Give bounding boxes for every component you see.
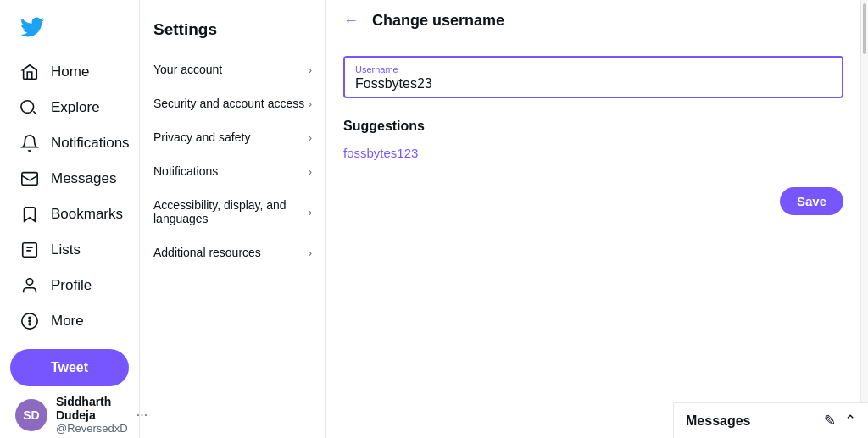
sidebar-label-notifications: Notifications xyxy=(51,135,130,152)
settings-item-additional[interactable]: Additional resources › xyxy=(140,236,326,269)
scrollbar-thumb xyxy=(863,3,866,54)
svg-point-6 xyxy=(29,324,31,325)
sidebar-label-profile: Profile xyxy=(51,277,92,294)
settings-item-label: Security and account access xyxy=(153,97,304,110)
messages-icon xyxy=(20,169,39,188)
nav-list: Home Explore Notifications Messages Book… xyxy=(10,54,129,339)
user-name: Siddharth Dudeja xyxy=(56,395,128,422)
back-arrow-icon[interactable]: ← xyxy=(343,12,359,30)
settings-item-label: Accessibility, display, and languages xyxy=(153,198,309,225)
change-username-title: Change username xyxy=(372,12,504,30)
compose-message-icon[interactable]: ✎ xyxy=(824,412,836,430)
user-handle: @ReversedxD xyxy=(56,422,128,435)
username-section: Username xyxy=(326,42,860,112)
sidebar-item-more[interactable]: More xyxy=(10,303,129,339)
user-info: Siddharth Dudeja @ReversedxD xyxy=(56,395,128,435)
svg-point-4 xyxy=(29,317,31,319)
messages-widget-title: Messages xyxy=(686,413,751,429)
chevron-right-icon: › xyxy=(309,64,312,76)
scrollbar[interactable] xyxy=(861,0,868,438)
user-profile-bottom[interactable]: SD Siddharth Dudeja @ReversedxD ··· xyxy=(10,386,129,438)
chevron-right-icon: › xyxy=(309,131,312,144)
settings-item-your-account[interactable]: Your account › xyxy=(140,53,326,86)
username-input-label: Username xyxy=(355,64,832,75)
twitter-bird-icon xyxy=(20,15,44,39)
settings-item-label: Your account xyxy=(153,63,222,76)
username-input[interactable] xyxy=(355,76,832,91)
username-input-wrapper: Username xyxy=(343,56,843,98)
settings-item-label: Additional resources xyxy=(153,246,261,259)
avatar: SD xyxy=(15,399,47,431)
settings-item-accessibility[interactable]: Accessibility, display, and languages › xyxy=(140,188,326,236)
sidebar-item-lists[interactable]: Lists xyxy=(10,232,129,268)
sidebar-item-notifications[interactable]: Notifications xyxy=(10,125,129,161)
svg-point-2 xyxy=(26,279,32,285)
sidebar-item-explore[interactable]: Explore xyxy=(10,90,129,125)
sidebar-label-lists: Lists xyxy=(51,241,81,258)
sidebar-item-profile[interactable]: Profile xyxy=(10,268,129,303)
bookmarks-icon xyxy=(20,205,39,224)
lists-icon xyxy=(20,241,39,259)
save-area: Save xyxy=(326,177,860,225)
settings-items-list: Your account › Security and account acce… xyxy=(140,53,326,269)
home-icon xyxy=(20,63,39,81)
main-content: ← Change username Username Suggestions f… xyxy=(326,0,861,438)
sidebar-label-bookmarks: Bookmarks xyxy=(51,206,123,223)
profile-icon xyxy=(20,276,39,295)
explore-icon xyxy=(20,98,39,117)
change-username-header: ← Change username xyxy=(326,0,860,42)
notifications-icon xyxy=(20,134,39,152)
sidebar-label-more: More xyxy=(51,313,84,330)
suggestions-section: Suggestions fossbytes123 xyxy=(326,112,860,177)
svg-point-5 xyxy=(29,320,31,322)
chevron-right-icon: › xyxy=(309,247,312,259)
settings-panel: Settings Your account › Security and acc… xyxy=(140,0,326,438)
sidebar-label-explore: Explore xyxy=(51,99,100,116)
settings-title: Settings xyxy=(140,14,326,53)
sidebar-label-home: Home xyxy=(51,64,89,80)
chevron-right-icon: › xyxy=(309,165,312,178)
sidebar-item-messages[interactable]: Messages xyxy=(10,161,129,197)
messages-widget: Messages ✎ ⌃ xyxy=(673,402,868,438)
tweet-button[interactable]: Tweet xyxy=(10,349,129,386)
settings-item-privacy[interactable]: Privacy and safety › xyxy=(140,120,326,154)
widget-icons: ✎ ⌃ xyxy=(824,412,856,430)
collapse-messages-icon[interactable]: ⌃ xyxy=(844,412,856,430)
svg-rect-1 xyxy=(23,243,37,258)
settings-item-label: Privacy and safety xyxy=(153,130,250,144)
sidebar-label-messages: Messages xyxy=(51,170,116,187)
settings-item-label: Notifications xyxy=(153,164,218,178)
chevron-right-icon: › xyxy=(309,97,312,110)
suggestions-list: fossbytes123 xyxy=(343,142,843,164)
suggestions-title: Suggestions xyxy=(343,119,843,134)
suggestion-item[interactable]: fossbytes123 xyxy=(343,142,843,164)
save-button[interactable]: Save xyxy=(780,187,843,215)
sidebar-item-bookmarks[interactable]: Bookmarks xyxy=(10,197,129,232)
more-icon xyxy=(20,312,39,330)
settings-item-security[interactable]: Security and account access › xyxy=(140,86,326,120)
sidebar-item-home[interactable]: Home xyxy=(10,54,129,90)
chevron-right-icon: › xyxy=(309,206,312,219)
twitter-logo xyxy=(10,8,129,49)
svg-rect-0 xyxy=(22,173,37,186)
sidebar: Home Explore Notifications Messages Book… xyxy=(0,0,140,438)
settings-item-notifications[interactable]: Notifications › xyxy=(140,154,326,188)
